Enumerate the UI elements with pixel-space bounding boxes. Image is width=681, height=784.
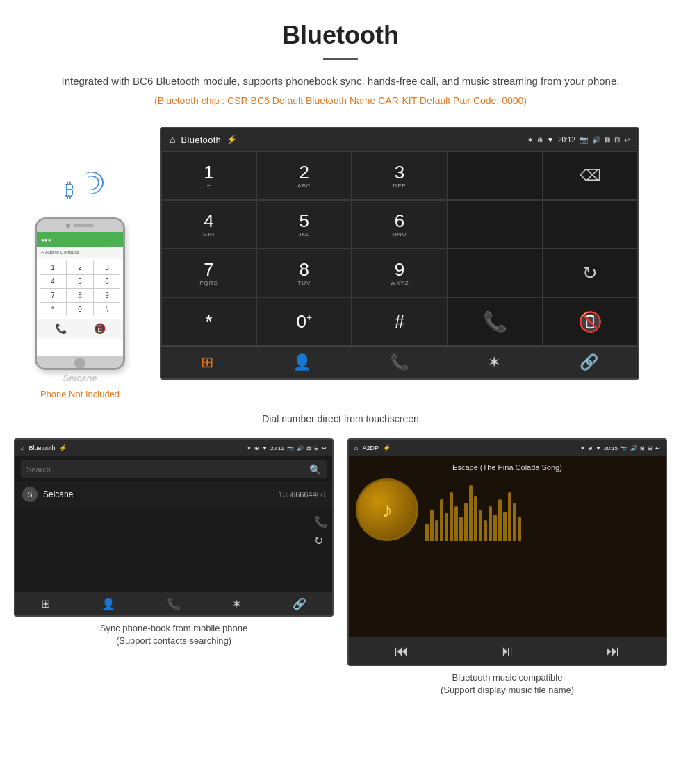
phonebook-home-icon[interactable]: ⌂ [21, 444, 24, 451]
page-description: Integrated with BC6 Bluetooth module, su… [42, 73, 639, 90]
android-bottom-nav: ⊞ 👤 📞 ✶ 🔗 [161, 346, 638, 378]
dial-backspace[interactable]: ⌫ [543, 151, 638, 200]
music-screen: ⌂ A2DP ⚡ ✶ ⊕ ▼ 20:15 📷 🔊 ⊠ ⊟ ↩ E [347, 438, 667, 666]
eq-bar-1 [425, 524, 429, 541]
nav-phone-icon[interactable]: 📞 [390, 353, 409, 372]
dial-empty-4 [448, 249, 543, 297]
bottom-screens: ⌂ Bluetooth ⚡ ✶ ⊕ ▼ 20:11 📷 🔊 ⊠ ⊟ ↩ [0, 438, 681, 697]
dial-key-3[interactable]: 3 DEF [352, 151, 447, 200]
dial-key-2[interactable]: 2 ABC [256, 151, 352, 200]
music-home-icon[interactable]: ⌂ [354, 444, 358, 451]
phone-key-6: 6 [94, 275, 120, 288]
contact-row[interactable]: S Seicane 13566664466 [15, 481, 332, 508]
dial-key-4[interactable]: 4 GHI [161, 200, 256, 249]
phone-not-included-label: Phone Not Included [40, 389, 120, 399]
dial-key-8[interactable]: 8 TUV [256, 249, 352, 297]
dial-call-green[interactable]: 📞 [448, 297, 543, 346]
phone-key-hash: # [94, 303, 120, 316]
dial-key-5[interactable]: 5 JKL [256, 200, 352, 249]
phone-camera [66, 224, 70, 228]
dial-key-hash[interactable]: # [352, 297, 447, 346]
pb-contacts-icon[interactable]: 👤 [101, 597, 115, 610]
statusbar-bt-icon: ✶ [527, 136, 533, 144]
statusbar-gps-icon: ⊕ [537, 136, 543, 144]
eq-bar-18 [508, 492, 511, 541]
phone-dialpad: 1 2 3 4 5 6 7 8 9 * 0 # [40, 261, 120, 316]
dial-key-6[interactable]: 6 MNO [352, 200, 447, 249]
statusbar-screen-icon: ⊟ [614, 136, 620, 144]
contact-initial: S [22, 487, 38, 502]
eq-bar-12 [479, 510, 482, 541]
phonebook-search-input[interactable] [26, 465, 309, 474]
nav-link-icon[interactable]: 🔗 [580, 353, 598, 372]
pb-phone-icon[interactable]: 📞 [167, 597, 181, 610]
nav-contacts-icon[interactable]: 👤 [293, 353, 311, 372]
music-next-icon[interactable]: ⏭ [606, 643, 620, 659]
eq-bar-13 [484, 520, 487, 541]
dial-call-red[interactable]: 📵 [543, 297, 638, 346]
phonebook-usb-icon: ⚡ [59, 444, 67, 451]
search-icon[interactable]: 🔍 [309, 464, 321, 475]
pb-dialpad-icon[interactable]: ⊞ [41, 597, 50, 610]
statusbar-right: ✶ ⊕ ▼ 20:12 📷 🔊 ⊠ ⊟ ↩ [527, 136, 630, 144]
dial-empty-1 [448, 151, 543, 200]
phone-add-contact: + Add to Contacts [37, 247, 123, 258]
phone-screen: ●●● MORE + Add to Contacts 1 2 3 4 5 6 7… [37, 232, 123, 356]
phonebook-side-icons: 📞 ↻ [314, 515, 328, 547]
phonebook-bt-icon: ✶ [247, 445, 252, 451]
statusbar-back-icon: ↩ [624, 136, 630, 144]
phonebook-side-refresh-icon[interactable]: ↻ [314, 534, 328, 547]
phone-key-star: * [40, 303, 66, 316]
page-title: Bluetooth [42, 21, 639, 50]
title-divider [323, 58, 358, 60]
music-bt-icon: ✶ [580, 445, 585, 451]
phonebook-side-phone-icon[interactable]: 📞 [314, 515, 328, 528]
dial-key-1[interactable]: 1 ∽ [161, 151, 256, 200]
main-content: ₿ ●●● MORE + Add to Contacts 1 2 3 [0, 127, 681, 399]
phone-key-9: 9 [94, 289, 120, 302]
pb-bluetooth-icon[interactable]: ✶ [232, 597, 241, 610]
page-header: Bluetooth Integrated with BC6 Bluetooth … [0, 0, 681, 127]
dial-key-star[interactable]: * [161, 297, 256, 346]
dial-key-0[interactable]: 0+ [256, 297, 352, 346]
phonebook-rect-icon: ⊟ [314, 445, 319, 451]
dialpad-grid: 1 ∽ 2 ABC 3 DEF ⌫ 4 GHI 5 JKL [161, 151, 638, 346]
phonebook-vol-icon: 🔊 [297, 445, 304, 451]
dial-caption: Dial number direct from touchscreen [0, 413, 681, 424]
android-statusbar: ⌂ Bluetooth ⚡ ✶ ⊕ ▼ 20:12 📷 🔊 ⊠ ⊟ ↩ [161, 128, 638, 151]
phonebook-wrap: ⌂ Bluetooth ⚡ ✶ ⊕ ▼ 20:11 📷 🔊 ⊠ ⊟ ↩ [14, 438, 334, 697]
music-content-area: Escape (The Pina Colada Song) ♪ [349, 456, 666, 637]
phonebook-statusbar-left: ⌂ Bluetooth ⚡ [21, 444, 67, 451]
phonebook-caption: Sync phone-book from mobile phone(Suppor… [100, 622, 247, 647]
music-rect-icon: ⊟ [648, 445, 653, 451]
music-album-art: ♪ [356, 478, 418, 541]
music-controls: ⏮ ⏯ ⏭ [349, 637, 666, 665]
phone-key-0: 0 [67, 303, 93, 316]
android-dialpad-screen: ⌂ Bluetooth ⚡ ✶ ⊕ ▼ 20:12 📷 🔊 ⊠ ⊟ ↩ 1 ∽ [160, 127, 639, 380]
contact-name: Seicane [43, 490, 279, 499]
bluetooth-icon: ₿ [65, 178, 74, 201]
music-x-icon: ⊠ [640, 445, 645, 451]
android-home-icon[interactable]: ⌂ [170, 134, 175, 145]
seicane-watermark: Seicane [63, 373, 97, 383]
page-specs: (Bluetooth chip : CSR BC6 Default Blueto… [42, 95, 639, 106]
music-caption: Bluetooth music compatible(Support displ… [441, 672, 574, 697]
eq-bar-6 [450, 492, 453, 541]
eq-bar-10 [469, 485, 473, 541]
phonebook-time: 20:11 [270, 445, 284, 451]
pb-link-icon[interactable]: 🔗 [293, 597, 306, 610]
dial-empty-2 [448, 200, 543, 249]
eq-bar-2 [430, 510, 434, 541]
music-playpause-icon[interactable]: ⏯ [500, 643, 514, 659]
nav-bluetooth-icon[interactable]: ✶ [488, 353, 500, 372]
dial-key-9[interactable]: 9 WXYZ [352, 249, 447, 297]
nav-dialpad-icon[interactable]: ⊞ [201, 353, 213, 372]
dial-refresh[interactable]: ↻ [543, 249, 638, 297]
dial-key-7[interactable]: 7 PQRS [161, 249, 256, 297]
phone-key-1: 1 [40, 261, 66, 274]
phonebook-search-bar[interactable]: 🔍 [21, 460, 327, 478]
music-prev-icon[interactable]: ⏮ [395, 643, 409, 659]
music-time: 20:15 [604, 445, 618, 451]
statusbar-close-icon: ⊠ [605, 136, 610, 144]
eq-bar-16 [498, 499, 502, 541]
